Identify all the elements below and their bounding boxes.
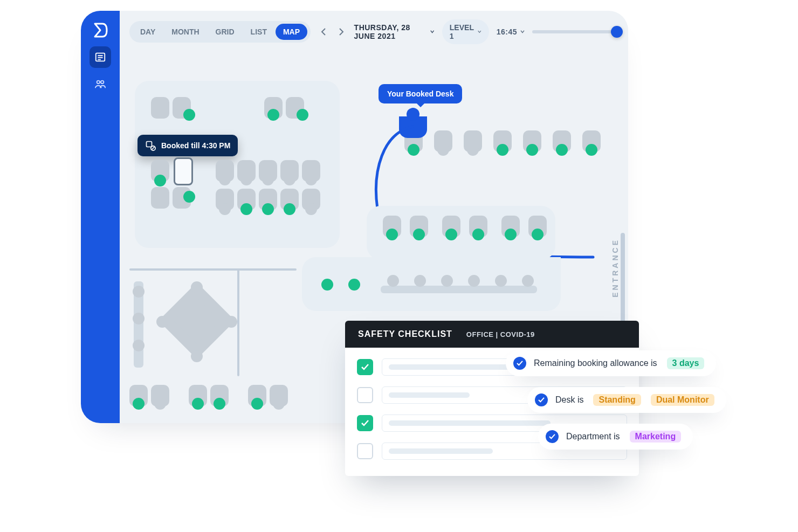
desk-blocked-icon (145, 140, 156, 151)
topbar: DAY MONTH GRID LIST MAP THURSDAY, 28 JUN… (129, 18, 618, 45)
time-picker[interactable]: 16:45 (497, 27, 525, 36)
status-unavailable-icon (468, 275, 480, 287)
sidebar-item-bookings[interactable] (90, 46, 111, 68)
view-map[interactable]: MAP (276, 24, 307, 40)
status-unavailable-icon (240, 174, 252, 185)
desk-tooltip: Booked till 4:30 PM (137, 135, 238, 156)
status-available-icon (445, 229, 457, 240)
your-desk-badge: Your Booked Desk (379, 84, 462, 103)
bench-desk (381, 286, 537, 293)
status-available-icon (154, 175, 166, 186)
status-unavailable-icon (441, 275, 453, 287)
your-desk-label: Your Booked Desk (387, 89, 453, 98)
status-unavailable-icon (284, 174, 295, 185)
status-available-icon (505, 229, 517, 240)
meeting-table[interactable] (162, 286, 232, 356)
safety-header: SAFETY CHECKLIST OFFICE | COVID-19 (345, 321, 639, 348)
status-unavailable-icon (305, 203, 317, 215)
desk-seat[interactable] (151, 97, 169, 119)
check-circle-icon (535, 393, 548, 406)
status-available-icon (321, 279, 333, 291)
view-day[interactable]: DAY (133, 24, 163, 40)
entrance-marker (621, 233, 625, 324)
status-unavailable-icon (225, 316, 237, 328)
svg-rect-6 (147, 142, 152, 147)
svg-line-8 (152, 147, 155, 150)
time-slider[interactable] (532, 30, 618, 33)
check-circle-icon (513, 357, 526, 370)
zone (302, 257, 561, 311)
status-available-icon (214, 398, 225, 410)
status-unavailable-icon (133, 313, 145, 324)
status-unavailable-icon (305, 174, 317, 185)
prev-day-button[interactable] (318, 25, 328, 39)
app-logo[interactable] (90, 19, 111, 41)
checkbox-checked-icon[interactable] (357, 359, 373, 375)
view-switcher: DAY MONTH GRID LIST MAP (129, 21, 311, 43)
desk-tag: Dual Monitor (651, 394, 714, 406)
status-available-icon (386, 229, 398, 240)
desk-seat[interactable] (151, 187, 169, 209)
view-month[interactable]: MONTH (164, 24, 207, 40)
status-unavailable-icon (191, 350, 203, 362)
chevron-down-icon (520, 30, 525, 33)
info-desk: Desk is Standing Dual Monitor (527, 387, 726, 413)
chevron-down-icon (478, 30, 481, 33)
safety-title: SAFETY CHECKLIST (358, 329, 452, 339)
status-unavailable-icon (262, 174, 274, 185)
sidebar-item-people[interactable] (90, 73, 111, 95)
info-text: Department is (566, 432, 620, 441)
date-text: THURSDAY, 28 JUNE 2021 (354, 23, 428, 40)
desk-tag: Standing (593, 394, 641, 406)
status-unavailable-icon (156, 316, 168, 328)
status-available-icon (297, 109, 308, 121)
next-day-button[interactable] (336, 25, 346, 39)
allowance-value: 3 days (667, 357, 705, 369)
info-department: Department is Marketing (538, 424, 693, 450)
chevron-down-icon (430, 30, 434, 34)
wall-segment (237, 268, 239, 376)
status-available-icon (251, 398, 263, 410)
entrance-label: ENTRANCE (611, 238, 620, 298)
svg-point-5 (101, 81, 104, 84)
status-available-icon (267, 109, 279, 121)
sidebar (81, 11, 120, 423)
status-available-icon (133, 398, 145, 410)
safety-subtitle: OFFICE | COVID-19 (466, 330, 535, 338)
status-unavailable-icon (219, 203, 231, 215)
status-unavailable-icon (495, 275, 507, 287)
time-label: 16:45 (497, 27, 517, 36)
checkbox-checked-icon[interactable] (357, 415, 373, 431)
checkbox-unchecked-icon[interactable] (357, 443, 373, 459)
date-picker[interactable]: THURSDAY, 28 JUNE 2021 (354, 23, 435, 40)
status-available-icon (183, 109, 195, 121)
status-available-icon (262, 203, 274, 215)
level-picker[interactable]: LEVEL 1 (442, 19, 489, 44)
status-available-icon (240, 203, 252, 215)
info-text: Remaining booking allowance is (534, 358, 657, 368)
status-unavailable-icon (133, 286, 145, 298)
view-list[interactable]: LIST (243, 24, 274, 40)
info-text: Desk is (555, 395, 583, 405)
status-available-icon (192, 398, 204, 410)
wall-segment (129, 268, 297, 271)
status-unavailable-icon (273, 398, 285, 410)
status-unavailable-icon (219, 174, 231, 185)
info-allowance: Remaining booking allowance is 3 days (506, 350, 716, 376)
svg-marker-9 (166, 290, 228, 351)
selected-desk[interactable] (174, 157, 193, 185)
status-available-icon (413, 229, 425, 240)
svg-point-4 (97, 81, 100, 84)
status-unavailable-icon (522, 275, 534, 287)
check-circle-icon (546, 430, 559, 443)
checkbox-unchecked-icon[interactable] (357, 387, 373, 403)
department-tag: Marketing (630, 431, 682, 443)
status-unavailable-icon (154, 398, 166, 410)
view-grid[interactable]: GRID (208, 24, 242, 40)
status-available-icon (348, 279, 360, 291)
status-available-icon (532, 229, 544, 240)
tooltip-text: Booked till 4:30 PM (161, 141, 230, 150)
status-available-icon (284, 203, 295, 215)
slider-knob[interactable] (611, 26, 623, 38)
status-available-icon (183, 191, 195, 203)
